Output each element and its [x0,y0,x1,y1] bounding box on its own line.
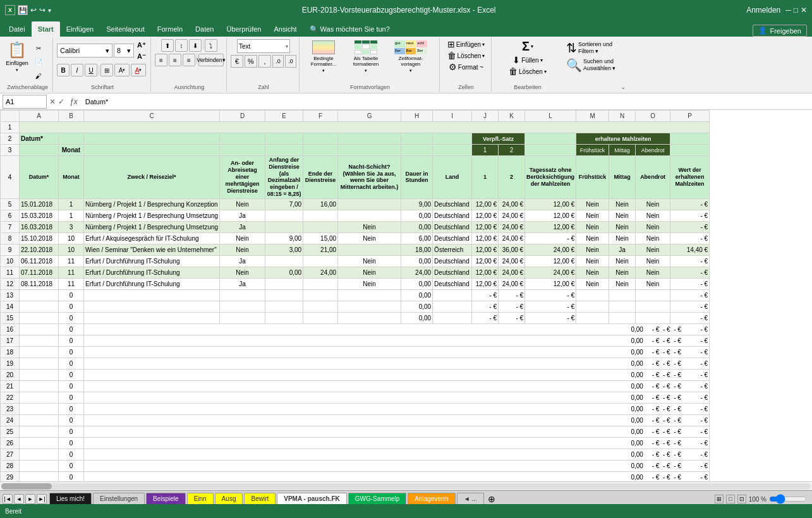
cell-b28[interactable]: 0 [59,460,84,471]
cell-j5[interactable]: 12,00 € [472,198,499,210]
abendrot-header[interactable]: Abendrot [636,145,670,156]
cell-o13[interactable] [636,289,670,301]
verpfl-header[interactable]: Verpfl.-Satz [472,133,525,145]
cell-a19[interactable] [20,358,59,369]
tab-einfuegen[interactable]: Einfügen [60,21,100,37]
sheet-tab-gwg[interactable]: GWG-Sammelp [348,493,407,504]
cell-h12[interactable]: 0,00 [401,278,433,289]
bold-button[interactable]: B [57,64,70,76]
cell-a29[interactable] [20,471,59,481]
col-f-header[interactable]: Ende der Dienstreise [303,156,338,199]
sheet-nav-first[interactable]: |◄ [3,494,13,504]
cell-e9[interactable]: 3,00 [265,244,303,255]
cell-o8[interactable]: Nein [636,232,670,244]
cell-e10[interactable] [265,255,303,267]
close-button[interactable]: ✕ [801,6,807,15]
tab-help-search[interactable]: 🔍Was möchten Sie tun? [303,21,396,37]
cell-i14[interactable] [433,301,472,312]
cell-rest22[interactable]: 0,00 - € - € - € - € [84,392,710,403]
col-o-header[interactable]: Abendrot [636,156,670,199]
cell-f9[interactable]: 21,00 [303,244,338,255]
insert-cells-button[interactable]: ⊞ Einfügen ▾ [447,39,485,49]
cell-d2[interactable] [220,133,265,145]
cell-b14[interactable]: 0 [59,301,84,312]
redo-button[interactable]: ↪ [39,6,45,15]
cell-b7[interactable]: 3 [59,221,84,232]
cell-rest26[interactable]: 0,00 - € - € - € - € [84,437,710,449]
col-b-header[interactable]: Monat [59,156,84,199]
cell-o9[interactable]: Nein [636,244,670,255]
cell-l3[interactable] [525,145,576,156]
cell-f3[interactable] [303,145,338,156]
cell-i2[interactable] [433,133,472,145]
cell-j11[interactable]: 12,00 € [472,267,499,278]
decrease-decimal-button[interactable]: .0 [285,55,296,68]
delete-cells-button[interactable]: 🗑 Löschen ▾ [447,51,485,61]
add-sheet-button[interactable]: ⊕ [488,494,495,504]
cell-d11[interactable]: Nein [220,267,265,278]
cell-k15[interactable]: - € [499,312,525,323]
cell-e5[interactable]: 7,00 [265,198,303,210]
cell-e11[interactable]: 0,00 [265,267,303,278]
col-m-header[interactable]: Frühstück [576,156,609,199]
monat-header[interactable]: Monat [59,145,84,156]
cell-p12[interactable]: - € [670,278,710,289]
cell-c8[interactable]: Erfurt / Akquisegespräch für IT-Schulung [84,232,220,244]
cell-d8[interactable]: Nein [220,232,265,244]
cell-k9[interactable]: 36,00 € [499,244,525,255]
cell-b29[interactable]: 0 [59,471,84,481]
cell-rest24[interactable]: 0,00 - € - € - € - € [84,414,710,426]
cell-l13[interactable]: - € [525,289,576,301]
cell-rest16[interactable]: 0,00 - € - € - € - € [84,323,710,335]
cell-l12[interactable]: 12,00 € [525,278,576,289]
wrap-text-button[interactable]: ⤵ [205,39,217,52]
cell-e6[interactable] [265,210,303,221]
cell-c7[interactable]: Nürnberg / Projekt 1 / Besprechung Umset… [84,221,220,232]
tab-datei[interactable]: Datei [3,21,32,37]
cell-a22[interactable] [20,392,59,403]
cell-a28[interactable] [20,460,59,471]
cell-n5[interactable]: Nein [609,198,636,210]
col-j-header[interactable]: 1 [472,156,499,199]
cell-g9[interactable] [338,244,401,255]
fill-color-button[interactable]: A▾ [114,64,130,76]
cell-b17[interactable]: 0 [59,335,84,346]
col-i-header[interactable]: Land [433,156,472,199]
view-normal-button[interactable]: ⊞ [715,495,724,503]
sheet-tab-bewirt[interactable]: Bewirt [244,493,276,504]
cell-b21[interactable]: 0 [59,380,84,392]
cell-j14[interactable]: - € [472,301,499,312]
increase-decimal-button[interactable]: .0 [272,55,284,68]
cell-f2[interactable] [303,133,338,145]
accounting-format-button[interactable]: € [231,55,243,68]
cell-i13[interactable] [433,289,472,301]
cell-k11[interactable]: 24,00 € [499,267,525,278]
cell-e12[interactable] [265,278,303,289]
align-right-button[interactable]: ≡ [183,54,195,66]
fill-button[interactable]: ⬇ Füllen ▾ [512,55,542,65]
cell-rest21[interactable]: 0,00 - € - € - € - € [84,380,710,392]
cell-f11[interactable]: 24,00 [303,267,338,278]
cell-b15[interactable]: 0 [59,312,84,323]
copy-button[interactable]: 📄 [30,56,47,68]
cell-n14[interactable] [609,301,636,312]
cell-p6[interactable]: - € [670,210,710,221]
cell-i5[interactable]: Deutschland [433,198,472,210]
cell-i3[interactable] [433,145,472,156]
col-header-F[interactable]: F [303,111,338,122]
cell-e7[interactable] [265,221,303,232]
cell-c14[interactable] [84,301,220,312]
undo-button[interactable]: ↩ [30,6,37,15]
col-header-M[interactable]: M [576,111,609,122]
cell-rest17[interactable]: 0,00 - € - € - € - € [84,335,710,346]
cell-a25[interactable] [20,426,59,437]
col-header-A[interactable]: A [20,111,59,122]
cell-i8[interactable]: Deutschland [433,232,472,244]
cell-d6[interactable]: Ja [220,210,265,221]
cell-d15[interactable] [220,312,265,323]
cell-e8[interactable]: 9,00 [265,232,303,244]
cell-j7[interactable]: 12,00 € [472,221,499,232]
verpfl-1[interactable]: 1 [472,145,499,156]
cell-p15[interactable]: - € [670,312,710,323]
cell-k6[interactable]: 24,00 € [499,210,525,221]
